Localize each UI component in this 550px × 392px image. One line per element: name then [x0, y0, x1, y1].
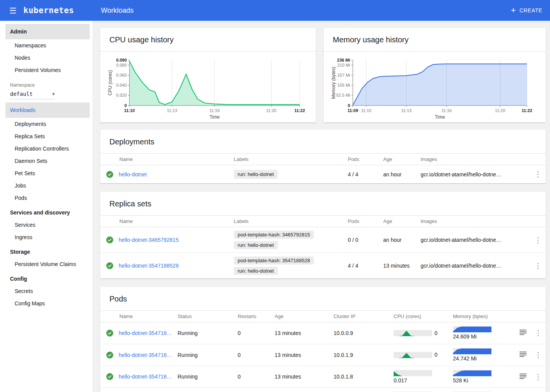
svg-text:0.040: 0.040	[116, 83, 127, 87]
svg-text:0: 0	[348, 103, 350, 108]
label-chip: pod-template-hash: 3547188528	[234, 256, 314, 265]
replica-set-name-link[interactable]: hello-dotnet-3465792815	[119, 237, 179, 243]
table-row: hello-dotnet-354718… Running 0 13 minute…	[100, 388, 546, 392]
pods-count: 4 / 4	[348, 253, 383, 279]
memory-sparkline	[453, 370, 491, 376]
pod-name-link[interactable]: hello-dotnet-354718…	[119, 330, 172, 336]
svg-text:Memory (bytes): Memory (bytes)	[331, 67, 336, 99]
column-header-logs	[515, 311, 531, 322]
cpu-sparkline	[394, 352, 432, 358]
column-header-actions	[530, 154, 546, 165]
svg-text:157 Mi: 157 Mi	[337, 73, 350, 77]
column-header-pods: Pods	[348, 154, 383, 165]
sidebar-item-admin[interactable]: Admin	[5, 24, 90, 39]
svg-text:11:20: 11:20	[266, 108, 277, 113]
memory-value: 24.742 Mi	[453, 355, 476, 362]
sidebar-item-workloads[interactable]: Workloads	[5, 102, 90, 118]
hamburger-menu-icon[interactable]: ☰	[9, 7, 17, 15]
sidebar-item-pods[interactable]: Pods	[0, 192, 92, 204]
memory-value: 528 Ki	[453, 377, 468, 384]
svg-text:Time: Time	[435, 114, 445, 120]
logs-icon[interactable]	[519, 351, 527, 359]
column-header-name: Name	[100, 311, 178, 322]
sidebar-item-namespaces[interactable]: Namespaces	[0, 39, 92, 52]
sidebar-item-nodes[interactable]: Nodes	[0, 52, 92, 64]
status-ok-icon	[106, 352, 113, 358]
sidebar-item-deployments[interactable]: Deployments	[0, 118, 92, 130]
label-chip: run: hello-dotnet	[234, 267, 278, 275]
svg-text:0.060: 0.060	[116, 73, 127, 77]
svg-text:0.080: 0.080	[116, 63, 127, 67]
pod-restarts: 0	[238, 344, 275, 366]
cpu-value: 0	[434, 330, 438, 337]
svg-text:105 Mi: 105 Mi	[337, 83, 350, 87]
pod-name-link[interactable]: hello-dotnet-354718…	[119, 352, 172, 358]
column-header-actions	[531, 311, 546, 322]
column-header-cluster-ip: Cluster IP	[334, 311, 394, 322]
sidebar-item-daemon-sets[interactable]: Daemon Sets	[0, 155, 92, 167]
svg-text:52.5 Mi: 52.5 Mi	[336, 93, 350, 97]
pod-name-link[interactable]: hello-dotnet-354718…	[119, 374, 172, 380]
memory-chart-title: Memory usage history	[324, 28, 546, 52]
sidebar-item-pet-sets[interactable]: Pet Sets	[0, 167, 92, 179]
svg-text:236 Mi: 236 Mi	[337, 58, 350, 62]
create-button[interactable]: + CREATE	[511, 6, 542, 15]
sidebar-item-persistent-volume-claims[interactable]: Persistent Volume Claims	[0, 258, 92, 270]
sidebar-item-services[interactable]: Services	[0, 219, 92, 231]
table-row: hello-dotnet-354718… Running 0 13 minute…	[100, 344, 546, 366]
namespace-value: default	[10, 91, 33, 97]
pods-table: Name Status Restarts Age Cluster IP CPU …	[100, 311, 546, 392]
svg-text:11:10: 11:10	[124, 108, 135, 113]
column-header-age: Age	[383, 154, 421, 165]
cpu-sparkline	[394, 370, 432, 376]
pod-status: Running	[178, 388, 238, 392]
pod-cpu-cell: 0.064	[394, 388, 453, 392]
sidebar-item-persistent-volumes[interactable]: Persistent Volumes	[0, 64, 92, 76]
sidebar-item-config-maps[interactable]: Config Maps	[0, 297, 92, 310]
pod-restarts: 0	[238, 322, 275, 344]
replica-set-name-link[interactable]: hello-dotnet-3547188528	[119, 263, 179, 269]
sidebar-item-replication-controllers[interactable]: Replication Controllers	[0, 142, 92, 155]
row-menu-icon[interactable]: ⋮	[532, 372, 544, 382]
table-row: hello-dotnet run: hello-dotnet 4 / 4 an …	[100, 165, 546, 184]
svg-text:11:09: 11:09	[347, 108, 358, 113]
pod-memory-cell: 24.609 Mi	[453, 322, 515, 344]
namespace-label: Namespace	[0, 76, 92, 91]
logs-icon[interactable]	[519, 373, 527, 381]
memory-usage-chart: 052.5 Mi105 Mi157 Mi210 Mi236 Mi11:0911:…	[329, 56, 533, 121]
pods-count: 4 / 4	[348, 165, 383, 184]
images-value: gcr.io/dotnet-atamel/hello-dotne…	[421, 165, 530, 184]
namespace-select[interactable]: default ▼	[10, 91, 55, 99]
sidebar-header-services-discovery: Services and discovery	[0, 204, 92, 219]
pod-cpu-cell: 0	[394, 322, 453, 344]
cpu-usage-chart: 00.0200.0400.0600.0800.09011:1011:1311:1…	[106, 56, 306, 121]
deployment-name-link[interactable]: hello-dotnet	[119, 171, 147, 178]
sidebar: Admin Namespaces Nodes Persistent Volume…	[0, 21, 92, 392]
status-ok-icon	[106, 262, 113, 269]
row-menu-icon[interactable]: ⋮	[532, 169, 544, 179]
memory-sparkline	[453, 326, 491, 332]
column-header-restarts: Restarts	[238, 311, 275, 322]
svg-text:Time: Time	[210, 114, 220, 120]
cpu-sparkline	[394, 330, 432, 336]
pod-age: 13 minutes	[275, 344, 334, 366]
row-menu-icon[interactable]: ⋮	[532, 235, 544, 245]
row-menu-icon[interactable]: ⋮	[532, 350, 544, 360]
pods-card: Pods Name Status Restarts Age Cluster IP…	[100, 287, 546, 392]
cpu-value: 0	[434, 352, 438, 358]
sidebar-item-replica-sets[interactable]: Replica Sets	[0, 130, 92, 142]
deployments-card: Deployments Name Labels Pods Age Images	[100, 130, 546, 183]
logs-icon[interactable]	[519, 329, 527, 337]
memory-value: 24.609 Mi	[453, 333, 476, 340]
status-ok-icon	[106, 171, 113, 178]
plus-icon: +	[511, 6, 516, 15]
sidebar-item-ingress[interactable]: Ingress	[0, 231, 92, 243]
svg-text:0.020: 0.020	[116, 93, 127, 97]
row-menu-icon[interactable]: ⋮	[532, 328, 544, 338]
sidebar-item-jobs[interactable]: Jobs	[0, 179, 92, 192]
svg-text:11:16: 11:16	[210, 108, 220, 113]
column-header-age: Age	[275, 311, 334, 322]
sidebar-item-secrets[interactable]: Secrets	[0, 285, 92, 297]
status-ok-icon	[106, 236, 113, 243]
row-menu-icon[interactable]: ⋮	[532, 261, 544, 271]
